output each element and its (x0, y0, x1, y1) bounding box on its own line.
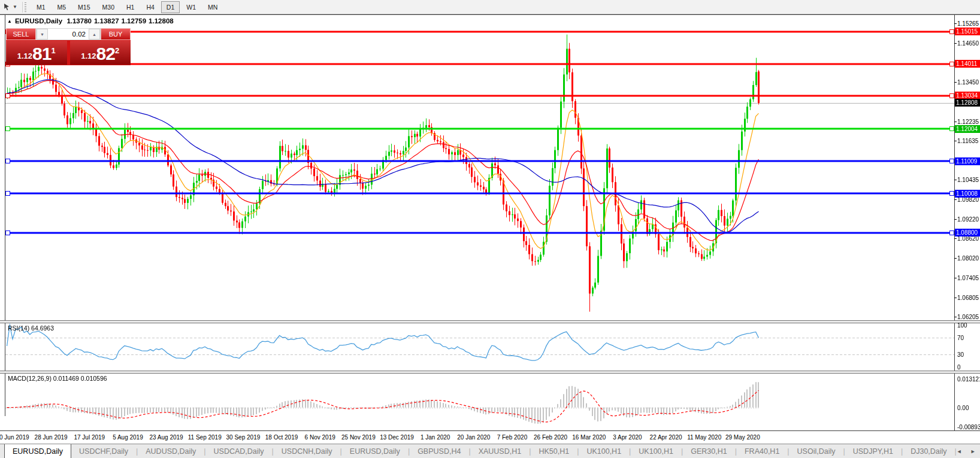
price-axis-tickmark (954, 141, 957, 141)
price-axis-label: 1.09820 (957, 196, 980, 203)
price-axis-label: 1.06205 (957, 314, 980, 320)
chart-tab-hk50-h1[interactable]: HK50,H1 (531, 444, 577, 458)
time-axis-label: 30 Sep 2019 (226, 434, 261, 441)
price-axis-tickmark (954, 82, 957, 83)
buy-price-sup: 2 (115, 47, 119, 54)
timeframe-button-m1[interactable]: M1 (31, 1, 51, 13)
timeframe-button-h4[interactable]: H4 (141, 1, 159, 13)
macd-axis-label: 0.00 (957, 405, 980, 411)
time-axis-label: 11 May 2020 (687, 434, 721, 441)
chart-tab-dj30-daily[interactable]: DJ30,Daily (903, 444, 954, 458)
price-chart-canvas[interactable] (5, 15, 954, 320)
sell-price-display[interactable]: 1.12811 (6, 41, 67, 65)
quote-open: 1.13780 (66, 17, 92, 25)
volume-input[interactable] (48, 29, 89, 40)
quote-high: 1.13827 (94, 17, 119, 25)
chart-tab-fra40-h1[interactable]: FRA40,H1 (737, 444, 787, 458)
rsi-splitter[interactable] (0, 320, 980, 323)
macd-canvas[interactable] (5, 372, 954, 430)
mt4-terminal: ▼ M1M5M15M30H1H4D1W1MN ▲EURUSD,Daily 1.1… (0, 0, 980, 458)
timeframe-button-m15[interactable]: M15 (72, 1, 95, 13)
tabs-scroll-left-icon[interactable]: ◄ (957, 448, 962, 454)
rsi-axis-label: 0 (957, 364, 980, 371)
price-axis-label: 1.08020 (957, 255, 980, 262)
tabs-scroll-right-icon[interactable]: ► (970, 448, 976, 454)
price-axis-tickmark (954, 219, 957, 220)
chart-tab-uk100-h1[interactable]: UK100,H1 (579, 444, 629, 458)
volume-increase-button[interactable]: ▲ (89, 29, 100, 40)
price-axis-label: 1.10435 (957, 177, 980, 183)
price-axis-tickmark (954, 258, 957, 259)
price-axis-tickmark (954, 43, 957, 44)
toolbar-grip (22, 2, 27, 13)
timeframe-button-d1[interactable]: D1 (161, 1, 180, 13)
chart-tab-usdchf-daily[interactable]: USDCHF,Daily (71, 444, 136, 458)
time-axis-label: 25 Nov 2019 (341, 434, 376, 441)
one-click-trading-panel: SELL ▼ ▲ BUY 1.12811 1.12822 (6, 28, 131, 65)
price-level-badge: 1.13034 (955, 92, 980, 99)
price-axis-tickmark (954, 180, 957, 180)
rsi-canvas[interactable] (5, 322, 954, 371)
time-axis-label: 28 Jun 2019 (35, 434, 68, 441)
macd-axis-label: 0.013121 (957, 376, 980, 383)
buy-button[interactable]: BUY (101, 28, 131, 40)
chart-tab-usdcnh-daily[interactable]: USDCNH,Daily (274, 444, 340, 458)
tool-dropdown-arrow[interactable]: ▼ (13, 4, 17, 10)
sell-price-prefix: 1.12 (17, 50, 32, 63)
chart-tab-xauusd-h1[interactable]: XAUUSD,H1 (471, 444, 530, 458)
rsi-axis-label: 100 (957, 322, 980, 329)
price-axis-label: 1.12235 (957, 119, 980, 125)
time-axis-label: 26 Feb 2020 (534, 434, 567, 441)
sell-price-big: 81 (32, 45, 51, 63)
price-axis-tickmark (954, 199, 957, 200)
rsi-label: RSI(14) 64.6963 (8, 324, 54, 332)
price-level-badge: 1.15015 (955, 28, 980, 35)
chart-tab-usoil-daily[interactable]: USOil,Daily (790, 444, 843, 458)
time-axis-label: 16 Mar 2020 (572, 434, 606, 441)
chart-tab-bar: EURUSD,DailyUSDCHF,Daily|AUDUSD,Daily|US… (0, 444, 980, 458)
sell-button[interactable]: SELL (6, 28, 36, 40)
time-axis-label: 10 Jun 2019 (0, 434, 29, 441)
chart-tab-ger30-h1[interactable]: GER30,H1 (683, 444, 734, 458)
volume-decrease-button[interactable]: ▼ (37, 29, 48, 40)
chart-tab-uk100-h1[interactable]: UK100,H1 (631, 444, 681, 458)
macd-label: MACD(12,26,9) 0.011469 0.010596 (8, 375, 107, 382)
price-level-badge: 1.14011 (955, 60, 980, 68)
price-axis-label: 1.13450 (957, 79, 980, 86)
time-axis-label: 17 Jul 2019 (74, 434, 105, 441)
time-axis-label: 18 Oct 2019 (265, 434, 298, 441)
timeframe-button-m5[interactable]: M5 (52, 1, 72, 13)
price-axis-label: 1.15265 (957, 20, 980, 27)
timeframe-toolbar: ▼ M1M5M15M30H1H4D1W1MN (0, 0, 980, 14)
rsi-axis-label: 70 (957, 335, 980, 341)
buy-price-big: 82 (96, 45, 115, 63)
chart-tab-eurusd-daily[interactable]: EURUSD,Daily (4, 444, 71, 458)
time-axis-label: 20 Jan 2020 (457, 434, 490, 441)
buy-price-display[interactable]: 1.12822 (70, 41, 131, 65)
price-level-badge: 1.12808 (955, 99, 980, 107)
time-axis-label: 6 Nov 2019 (305, 434, 335, 441)
timeframe-button-w1[interactable]: W1 (181, 1, 201, 13)
quote-close: 1.12808 (149, 17, 174, 25)
price-axis-tickmark (954, 317, 957, 317)
price-axis-tickmark (954, 278, 957, 278)
chart-tab-usdcad-daily[interactable]: USDCAD,Daily (206, 444, 272, 458)
chart-tab-usdjpy-h1[interactable]: USDJPY,H1 (845, 444, 901, 458)
macd-axis-label: -0.00893 (957, 424, 980, 430)
chart-tab-eurusd-daily[interactable]: EURUSD,Daily (342, 444, 408, 458)
timeframe-button-h1[interactable]: H1 (121, 1, 140, 13)
timeframe-button-m30[interactable]: M30 (97, 1, 120, 13)
chart-symbol-icon: ▲ (7, 19, 12, 24)
sell-price-sup: 1 (51, 47, 55, 54)
price-axis-label: 1.09220 (957, 216, 980, 223)
timeframe-button-mn[interactable]: MN (202, 1, 223, 13)
time-axis-label: 11 Sep 2019 (188, 434, 222, 441)
cursor-tool-icon[interactable] (2, 2, 11, 12)
time-axis-label: 23 Aug 2019 (150, 434, 183, 441)
price-axis-label: 1.07405 (957, 275, 980, 281)
time-axis-label: 3 Apr 2020 (613, 434, 642, 441)
macd-splitter[interactable] (0, 371, 980, 374)
time-axis[interactable]: 10 Jun 201928 Jun 201917 Jul 20195 Aug 2… (0, 430, 980, 445)
chart-tab-audusd-daily[interactable]: AUDUSD,Daily (138, 444, 204, 458)
chart-tab-gbpusd-h4[interactable]: GBPUSD,H4 (410, 444, 468, 458)
